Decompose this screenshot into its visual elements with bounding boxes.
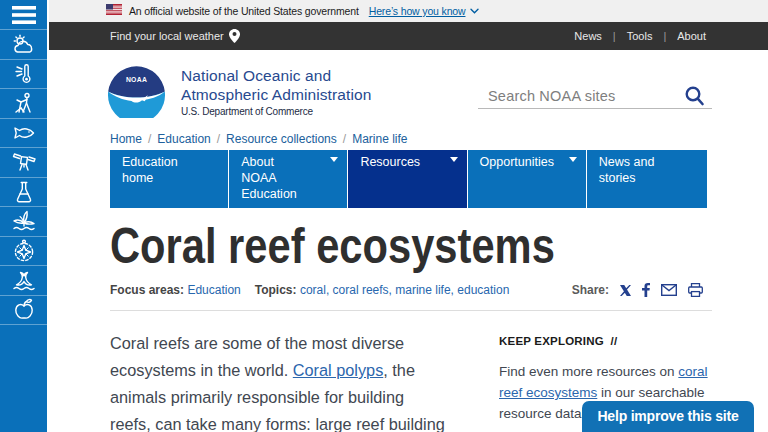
svg-text:NOAA: NOAA [126,76,147,83]
